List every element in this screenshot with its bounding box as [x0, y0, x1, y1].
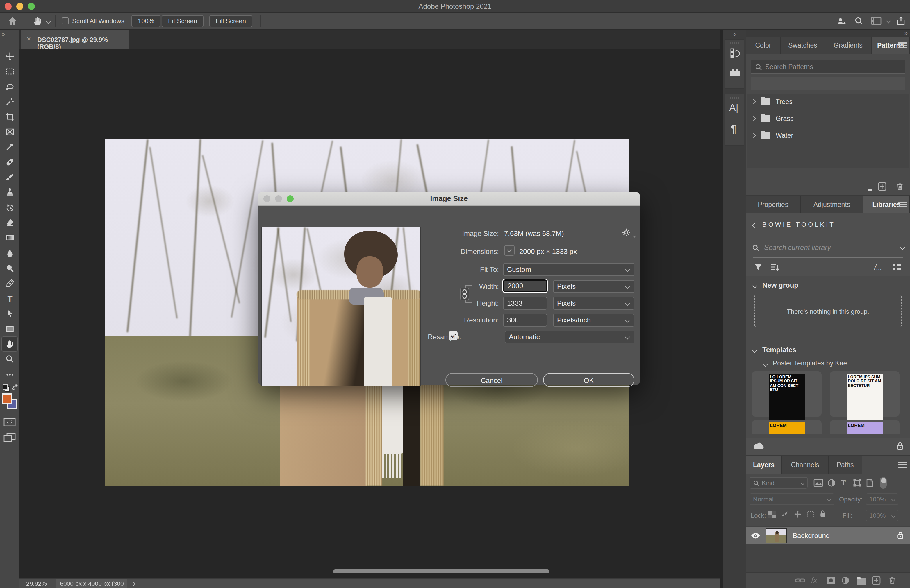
- tab-properties[interactable]: Properties: [746, 196, 801, 213]
- swap-colors-icon[interactable]: [11, 383, 19, 391]
- height-unit-select[interactable]: Pixels: [553, 297, 635, 310]
- paragraph-panel-icon[interactable]: ¶: [731, 123, 737, 136]
- opacity-value[interactable]: 100%: [866, 493, 899, 505]
- history-brush-tool[interactable]: [4, 202, 16, 213]
- patterns-search-field[interactable]: [751, 60, 905, 74]
- add-person-icon[interactable]: [836, 16, 846, 26]
- group-collapse-chevron[interactable]: [753, 348, 757, 353]
- tab-adjustments[interactable]: Adjustments: [801, 196, 863, 213]
- status-doc-info-box[interactable]: 6000 px x 4000 px (300 ppi): [57, 579, 127, 588]
- add-layer-mask-icon[interactable]: [826, 577, 836, 585]
- path-selection-tool[interactable]: [4, 308, 16, 320]
- group-templates-title[interactable]: Templates: [762, 346, 796, 354]
- healing-brush-tool[interactable]: [4, 156, 16, 168]
- cancel-button[interactable]: Cancel: [445, 373, 538, 387]
- tab-layers[interactable]: Layers: [746, 456, 782, 473]
- eraser-tool[interactable]: [4, 217, 16, 228]
- expand-chevron[interactable]: [751, 133, 756, 138]
- sort-icon[interactable]: [771, 263, 780, 272]
- character-panel-icon[interactable]: A|: [729, 102, 738, 114]
- layer-filter-kind-select[interactable]: Kind: [750, 477, 808, 489]
- new-adjustment-layer-icon[interactable]: [841, 577, 850, 585]
- lock-pixels-icon[interactable]: [781, 510, 789, 518]
- library-search-scope-chevron[interactable]: [900, 245, 905, 250]
- marquee-tool[interactable]: [4, 66, 16, 77]
- filter-adjustment-layers-icon[interactable]: [827, 479, 836, 487]
- delete-layer-icon[interactable]: [888, 575, 897, 585]
- default-colors-icon[interactable]: [2, 384, 10, 392]
- fit-screen-button[interactable]: Fit Screen: [162, 15, 204, 27]
- tab-channels[interactable]: Channels: [782, 456, 829, 473]
- toolbar-expand-icon[interactable]: »: [2, 31, 5, 37]
- delete-pattern-icon[interactable]: [895, 182, 904, 191]
- share-icon[interactable]: [896, 16, 906, 26]
- eyedropper-tool[interactable]: [4, 141, 16, 153]
- list-view-icon[interactable]: [892, 263, 902, 271]
- move-tool[interactable]: [4, 50, 16, 62]
- brush-tool[interactable]: [4, 171, 16, 183]
- image-preview[interactable]: [261, 226, 421, 386]
- layer-filtering-toggle[interactable]: [880, 477, 887, 489]
- crop-tool[interactable]: [4, 111, 16, 123]
- patterns-search-input[interactable]: [765, 60, 901, 73]
- zoom-100-button[interactable]: 100%: [131, 15, 160, 27]
- tab-gradients[interactable]: Gradients: [825, 37, 872, 54]
- pattern-folder-trees[interactable]: Trees: [747, 94, 909, 110]
- width-unit-select[interactable]: Pixels: [553, 280, 635, 293]
- tab-swatches[interactable]: Swatches: [781, 37, 825, 54]
- width-input[interactable]: [503, 279, 547, 292]
- expand-panels-icon[interactable]: «: [733, 31, 737, 37]
- resample-select[interactable]: Automatic: [505, 331, 635, 343]
- tab-color[interactable]: Color: [746, 37, 781, 54]
- poster-template-item[interactable]: LOREM: [752, 420, 822, 434]
- horizontal-scrollbar[interactable]: [333, 569, 549, 573]
- lock-artboard-icon[interactable]: [806, 510, 814, 518]
- foreground-color-swatch[interactable]: [2, 393, 12, 404]
- magic-wand-tool[interactable]: [4, 96, 16, 108]
- dialog-gear-chevron[interactable]: [633, 234, 636, 237]
- dimensions-dropdown[interactable]: [504, 245, 515, 256]
- layer-lock-icon[interactable]: [897, 530, 904, 540]
- tab-paths[interactable]: Paths: [829, 456, 862, 473]
- empty-group-dropzone[interactable]: There's nothing in this group.: [754, 295, 902, 327]
- libraries-menu-icon[interactable]: [899, 202, 907, 207]
- lock-position-icon[interactable]: [794, 510, 802, 518]
- scroll-all-windows-checkbox[interactable]: [62, 18, 69, 24]
- screen-mode-icon[interactable]: [3, 433, 16, 443]
- poster-template-item[interactable]: LOREM: [830, 420, 900, 434]
- hand-tool[interactable]: [4, 338, 16, 350]
- zoom-tool[interactable]: [4, 353, 16, 365]
- pattern-folder-water[interactable]: Water: [747, 127, 909, 144]
- workspace-switcher-icon[interactable]: [871, 17, 881, 25]
- clone-stamp-tool[interactable]: [4, 186, 16, 198]
- group-new-title[interactable]: New group: [762, 281, 798, 289]
- layer-thumbnail[interactable]: [766, 528, 787, 543]
- history-panel-icon[interactable]: [730, 48, 740, 58]
- library-search-field[interactable]: Search current library: [752, 240, 904, 255]
- filter-smart-objects-icon[interactable]: [866, 479, 873, 487]
- resolution-unit-select[interactable]: Pixels/Inch: [553, 314, 635, 326]
- tab-close-icon[interactable]: ×: [27, 36, 31, 42]
- lock-transparency-icon[interactable]: [768, 511, 776, 518]
- resolution-input[interactable]: [503, 314, 547, 326]
- pattern-folder-grass[interactable]: Grass: [747, 110, 909, 127]
- expand-chevron[interactable]: [751, 99, 756, 104]
- link-layers-icon[interactable]: [795, 578, 805, 583]
- lasso-tool[interactable]: [4, 81, 16, 92]
- poster-template-item[interactable]: LO LOREM IPSUM OR SIT AM CON SECT ETU: [752, 371, 822, 417]
- home-icon[interactable]: [8, 16, 18, 26]
- rectangle-tool[interactable]: [4, 323, 16, 335]
- dodge-tool[interactable]: [4, 263, 16, 274]
- hand-tool-dropdown-chevron[interactable]: [46, 19, 51, 24]
- layers-menu-icon[interactable]: [899, 462, 907, 468]
- type-tool[interactable]: T: [4, 293, 16, 304]
- new-group-icon[interactable]: [857, 577, 866, 587]
- dialog-gear-icon[interactable]: [622, 228, 631, 237]
- dock-grip[interactable]: [730, 97, 740, 99]
- edit-toolbar-icon[interactable]: [4, 369, 16, 381]
- blend-mode-select[interactable]: Normal: [750, 493, 834, 505]
- fill-value[interactable]: 100%: [866, 510, 899, 521]
- new-layer-icon[interactable]: [872, 576, 881, 585]
- workspace-chevron[interactable]: [886, 19, 891, 24]
- filter-shape-layers-icon[interactable]: [853, 479, 861, 487]
